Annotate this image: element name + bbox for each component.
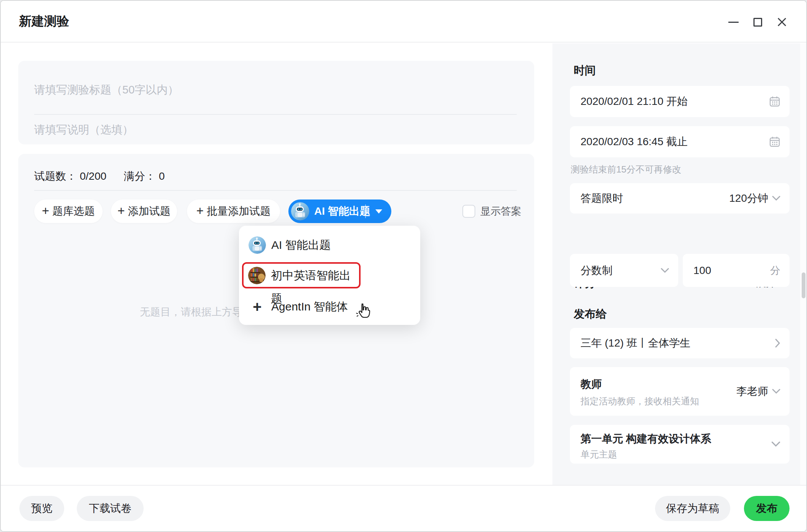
- duration-value: 120分钟: [729, 191, 768, 206]
- publish-button[interactable]: 发布: [744, 496, 790, 521]
- end-time-field[interactable]: 2020/02/03 16:45 截止: [570, 126, 790, 157]
- chevron-down-icon: [661, 268, 669, 273]
- minimize-icon: [728, 22, 739, 23]
- menu-item-add-agent[interactable]: + AgentIn 智能体: [239, 294, 420, 319]
- question-stats: 试题数： 0/200 满分： 0: [34, 169, 165, 184]
- unit-title: 第一单元 构建有效设计体系: [581, 432, 711, 446]
- caret-down-icon[interactable]: [375, 209, 382, 214]
- calendar-icon: [769, 96, 780, 107]
- new-quiz-dialog: 新建测验 请填写测验标题（50字以内） 请填写说明（选填） 试题数： 0/200…: [0, 0, 807, 532]
- robot-avatar-icon: [291, 202, 309, 220]
- score-unit: 分: [770, 264, 780, 277]
- show-answers-checkbox[interactable]: [462, 205, 475, 218]
- add-question-label: 添加试题: [128, 204, 171, 218]
- chevron-down-icon: [771, 442, 780, 447]
- unit-select[interactable]: 第一单元 构建有效设计体系 单元主题: [570, 425, 790, 464]
- save-draft-button[interactable]: 保存为草稿: [655, 496, 730, 521]
- ai-agent-dropdown: AI 智能出题 初中英语智能出题: [239, 226, 420, 325]
- plus-icon: +: [42, 204, 49, 217]
- end-time-value: 2020/02/03 16:45 截止: [581, 135, 688, 149]
- add-question-button[interactable]: + 添加试题: [111, 200, 177, 223]
- publish-target-value: 三年 (12) 班丨全体学生: [581, 336, 690, 350]
- download-paper-button[interactable]: 下载试卷: [77, 496, 144, 521]
- ai-generate-label: AI 智能出题: [314, 200, 370, 223]
- teacher-label: 教师: [581, 377, 602, 391]
- questions-count-value: 0/200: [80, 170, 106, 182]
- duration-select[interactable]: 答题限时 120分钟: [570, 183, 790, 214]
- quiz-title-input[interactable]: 请填写测验标题（50字以内）: [34, 82, 179, 98]
- show-answers-label: 显示答案: [480, 204, 521, 218]
- settings-sidebar: 时间 2020/02/01 21:10 开始 2020/02/03 16:45 …: [552, 43, 801, 486]
- scheme-value: 分数制: [581, 263, 612, 278]
- bookshelf-avatar-icon: [248, 267, 266, 284]
- question-bank-button[interactable]: + 题库选题: [34, 200, 103, 223]
- plus-icon: +: [248, 294, 266, 319]
- publish-target-field[interactable]: 三年 (12) 班丨全体学生: [570, 328, 790, 358]
- chevron-down-icon: [772, 389, 780, 394]
- close-button[interactable]: [773, 13, 791, 31]
- scrollbar-thumb[interactable]: [802, 272, 805, 298]
- teacher-hint: 指定活动教师，接收相关通知: [581, 395, 699, 407]
- quiz-description-input[interactable]: 请填写说明（选填）: [34, 122, 133, 138]
- empty-state-text: 无题目，请根据上方导: [140, 305, 242, 319]
- batch-add-button[interactable]: + 批量添加试题: [187, 200, 280, 223]
- full-score-value: 0: [159, 170, 165, 182]
- menu-item-label: 初中英语智能出题: [271, 264, 359, 287]
- teacher-select[interactable]: 教师 指定活动教师，接收相关通知 李老师: [570, 367, 790, 416]
- score-value: 100: [693, 264, 711, 277]
- maximize-button[interactable]: [748, 13, 767, 31]
- footer-bar: 预览 下载试卷 保存为草稿 发布: [1, 485, 806, 531]
- divider: [34, 114, 517, 115]
- maximize-icon: [753, 18, 762, 27]
- pointer-cursor: [355, 302, 373, 321]
- full-score-input[interactable]: 100 分: [683, 254, 790, 287]
- questions-count-label: 试题数：: [34, 169, 77, 184]
- start-time-value: 2020/02/01 21:10 开始: [581, 94, 688, 109]
- chevron-down-icon: [772, 196, 780, 201]
- preview-button[interactable]: 预览: [19, 496, 64, 521]
- scrollbar-track[interactable]: [800, 43, 807, 486]
- close-icon: [777, 17, 787, 27]
- question-bank-label: 题库选题: [52, 204, 95, 218]
- calendar-icon: [769, 136, 780, 147]
- scoring-scheme-select[interactable]: 分数制: [570, 254, 678, 287]
- unit-subtitle: 单元主题: [581, 448, 617, 461]
- menu-item-english-agent-highlighted[interactable]: 初中英语智能出题: [242, 262, 361, 288]
- quiz-meta-card: 请填写测验标题（50字以内） 请填写说明（选填）: [18, 61, 534, 144]
- divider: [365, 204, 366, 218]
- ai-generate-button[interactable]: AI 智能出题: [288, 200, 391, 223]
- titlebar: 新建测验: [1, 1, 806, 43]
- plus-icon: +: [117, 204, 125, 217]
- full-score-label: 满分：: [124, 169, 156, 184]
- chevron-right-icon: [775, 339, 780, 348]
- publish-section-label: 发布给: [574, 307, 607, 322]
- duration-label: 答题限时: [581, 191, 623, 206]
- dialog-title: 新建测验: [19, 13, 69, 30]
- time-lock-note: 测验结束前15分不可再修改: [571, 163, 681, 176]
- start-time-field[interactable]: 2020/02/01 21:10 开始: [570, 86, 790, 117]
- plus-icon: +: [196, 204, 204, 217]
- batch-add-label: 批量添加试题: [207, 204, 271, 218]
- menu-item-ai-generate[interactable]: AI 智能出题: [239, 233, 420, 257]
- menu-item-label: AI 智能出题: [271, 233, 331, 257]
- robot-avatar-icon: [248, 236, 266, 254]
- teacher-value: 李老师: [736, 384, 768, 399]
- minimize-button[interactable]: [724, 13, 742, 31]
- divider: [34, 190, 517, 191]
- menu-item-label: AgentIn 智能体: [271, 294, 348, 319]
- time-section-label: 时间: [574, 63, 596, 78]
